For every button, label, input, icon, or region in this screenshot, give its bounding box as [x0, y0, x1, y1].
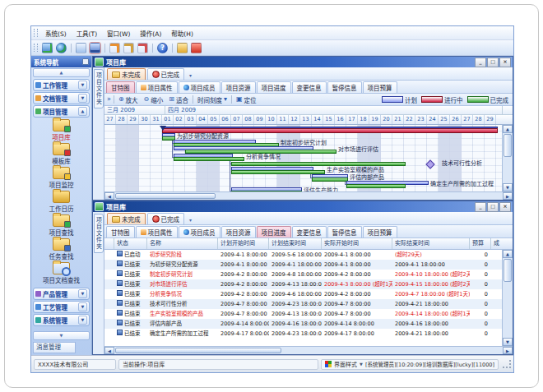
close-button[interactable]: × — [499, 58, 511, 67]
sidebar-group-文档管理[interactable]: 文档管理▼ — [33, 92, 90, 104]
view-tab-未完成[interactable]: 未完成 — [107, 68, 146, 80]
chevron-down-icon[interactable]: ▼ — [78, 289, 87, 298]
table-row[interactable]: 已结束生产实验室规模的产品2009-4-7 8:00:002009-4-13 1… — [104, 309, 502, 319]
column-header-rowhdr[interactable] — [104, 238, 114, 249]
page-tab-暂停信息[interactable]: 暂停信息 — [327, 226, 362, 238]
table-row[interactable]: 已结束对市场进行评估2009-4-2 8:00:002009-4-13 18:0… — [104, 279, 502, 289]
column-header-计划结束时间[interactable]: 计划结束时间 — [269, 238, 322, 249]
sidebar-item-项目查找[interactable]: 项目查找 — [31, 214, 91, 237]
scrollbar-thumb[interactable] — [115, 193, 216, 199]
scroll-up-icon[interactable]: ▲ — [503, 250, 513, 258]
view-tab-已完成[interactable]: 已完成 — [147, 68, 185, 80]
maximize-button[interactable]: □ — [487, 58, 499, 67]
project-folders-tab[interactable]: 项目文件夹 — [94, 69, 104, 108]
sidebar-item-模板库[interactable]: 模板库 — [31, 143, 91, 165]
scrollbar-thumb[interactable] — [115, 348, 281, 353]
internet-icon[interactable] — [56, 43, 67, 53]
sidebar-scroll-down-button[interactable]: ▼ — [33, 331, 90, 340]
scroll-left-icon[interactable]: ◀ — [104, 347, 114, 354]
help-icon[interactable]: ? — [157, 43, 168, 53]
sidebar-group-产品管理[interactable]: 产品管理▼ — [33, 288, 90, 300]
page-tab-甘特图[interactable]: 甘特图 — [106, 226, 135, 238]
table-vertical-scrollbar[interactable]: ▲ ▼ — [502, 250, 513, 346]
save-icon[interactable] — [90, 43, 100, 53]
table-horizontal-scrollbar[interactable]: ◀ ▶ — [104, 346, 513, 354]
project-folders-tab[interactable]: 项目文件夹 — [94, 214, 104, 253]
table-row[interactable]: 已结束确定生产所需的加工过程2009-4-17 8:00:002009-4-23… — [104, 329, 502, 339]
menu-item-0[interactable]: 系统(S) — [40, 29, 72, 38]
chevron-down-icon[interactable]: ▼ — [78, 81, 87, 90]
chevron-down-icon[interactable]: ▼ — [78, 316, 87, 325]
tool-时间刻度[interactable]: 时间刻度▾ — [196, 95, 229, 104]
page-tab-项目属性[interactable]: 项目属性 — [136, 81, 178, 93]
minimize-button[interactable]: _ — [475, 58, 486, 67]
doc-edit-icon[interactable] — [123, 43, 134, 53]
page-tab-项目进度[interactable]: 项目进度 — [257, 81, 291, 93]
page-tab-变更信息[interactable]: 变更信息 — [292, 226, 327, 238]
scrollbar-thumb[interactable] — [504, 134, 512, 157]
tool-适合[interactable]: ⊞适合 — [167, 95, 190, 104]
scroll-down-icon[interactable]: ▼ — [503, 338, 513, 346]
page-tab-项目资源[interactable]: 项目资源 — [221, 81, 256, 93]
minimize-button[interactable]: _ — [475, 202, 486, 212]
table-row[interactable]: 已启动初步研究阶段2009-4-1 8:00:002009-5-6 18:00:… — [104, 250, 502, 260]
sidebar-scroll-up-button[interactable]: ▲ — [33, 68, 90, 77]
open-folder-icon[interactable] — [76, 43, 86, 53]
scroll-down-icon[interactable]: ▼ — [503, 183, 513, 191]
table-row[interactable]: 已结束制定初步研究计划2009-4-2 8:00:002009-4-8 18:0… — [104, 270, 502, 279]
chevron-up-icon[interactable]: ▲ — [78, 107, 87, 116]
scroll-left-icon[interactable]: ◀ — [104, 192, 114, 200]
menu-item-1[interactable]: 工具(T) — [72, 29, 102, 38]
gantt-vertical-scrollbar[interactable]: ▲ ▼ — [502, 125, 513, 191]
sidebar-group-工作管理[interactable]: 工作管理▼ — [33, 79, 90, 91]
column-header-实际结束时间[interactable]: 实际结束时间 — [392, 238, 470, 249]
tabs-overflow-icon[interactable]: ▾ — [189, 72, 192, 78]
page-tab-暂停信息[interactable]: 暂停信息 — [327, 81, 362, 93]
sidebar-group-项目管理[interactable]: 项目管理▲ — [33, 105, 90, 118]
page-tab-项目预算[interactable]: 项目预算 — [363, 226, 397, 238]
doc-remove-icon[interactable] — [137, 43, 148, 53]
scroll-up-icon[interactable]: ▲ — [503, 125, 513, 133]
chevron-down-icon[interactable]: ▼ — [78, 302, 87, 311]
close-button[interactable]: × — [499, 202, 511, 212]
sidebar-item-项目监控[interactable]: 项目监控 — [31, 167, 91, 189]
column-header-名称[interactable]: 名称 — [147, 238, 218, 249]
sidebar-group-工艺管理[interactable]: 工艺管理▼ — [33, 301, 90, 313]
view-tab-已完成[interactable]: 已完成 — [147, 213, 185, 224]
page-tab-项目成员[interactable]: 项目成员 — [179, 81, 220, 93]
column-header-状态[interactable]: 状态 — [114, 238, 147, 249]
resize-grip[interactable] — [503, 360, 511, 368]
sidebar-group-系统管理[interactable]: 系统管理▼ — [33, 314, 90, 326]
menu-item-3[interactable]: 操作(A) — [135, 29, 166, 38]
table-row[interactable]: 已结束分析竞争情况2009-4-2 8:00:002009-4-6 18:00:… — [104, 289, 502, 299]
tool-缩小[interactable]: ⊖缩小 — [142, 95, 165, 104]
more-tools-icon[interactable]: » — [107, 95, 111, 104]
chevron-down-icon[interactable]: ▼ — [360, 362, 363, 367]
gantt-window-titlebar[interactable]: 项目库 _ □ × — [93, 57, 513, 67]
table-row[interactable]: 已结束评估内部产品2009-4-14 8:00:002009-4-16 18:0… — [104, 319, 502, 329]
sidebar-item-任务查找[interactable]: 任务查找 — [31, 238, 91, 261]
message-management-tab[interactable]: 消息管理 — [33, 342, 76, 353]
lock-icon[interactable] — [177, 43, 188, 53]
page-tab-项目进度[interactable]: 项目进度 — [257, 226, 291, 238]
chevron-down-icon[interactable]: ▼ — [78, 94, 87, 103]
page-tab-变更信息[interactable]: 变更信息 — [292, 81, 327, 93]
maximize-button[interactable]: □ — [487, 202, 499, 212]
sidebar-item-项目文档查找[interactable]: 项目文档查找 — [31, 262, 91, 284]
page-tab-项目资源[interactable]: 项目资源 — [221, 226, 256, 238]
table-window-titlebar[interactable]: 项目库 _ □ × — [93, 201, 513, 212]
sidebar-item-工作日历[interactable]: 工作日历 — [31, 191, 91, 213]
column-header-实际开始时间[interactable]: 实际开始时间 — [322, 238, 392, 249]
table-row[interactable]: 已结束技术可行性分析2009-4-7 8:00:002009-4-23 18:0… — [104, 299, 502, 309]
scroll-right-icon[interactable]: ▶ — [503, 192, 513, 200]
page-tab-项目预算[interactable]: 项目预算 — [363, 81, 397, 93]
gantt-horizontal-scrollbar[interactable]: ◀ ▶ — [104, 191, 513, 200]
table-row[interactable]: 已结束为初步研究分配资源2009-4-1 8:00:002009-4-1 18:… — [104, 260, 502, 270]
page-tab-项目成员[interactable]: 项目成员 — [179, 226, 220, 238]
scroll-right-icon[interactable]: ▶ — [503, 347, 513, 354]
sidebar-item-项目库[interactable]: 项目库 — [31, 119, 91, 141]
new-session-icon[interactable] — [42, 43, 53, 53]
menu-item-2[interactable]: 窗口(W) — [102, 29, 135, 38]
doc-add-icon[interactable] — [109, 43, 120, 53]
interface-style-button[interactable]: 界面样式 — [334, 360, 357, 368]
